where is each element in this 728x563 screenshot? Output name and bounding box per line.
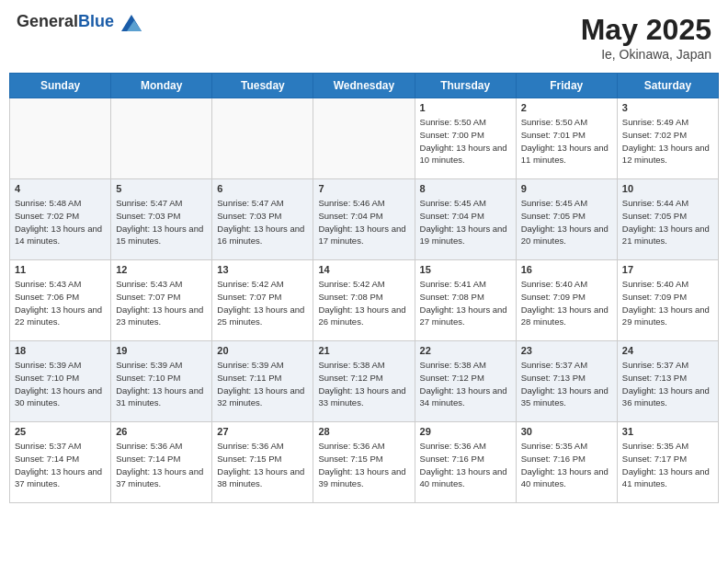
sunset-label: Sunset: 7:02 PM	[15, 211, 79, 221]
logo-general-text: GeneralBlue	[17, 13, 142, 31]
day-number: 2	[521, 102, 612, 113]
daylight-label: Daylight: 13 hours and 26 minutes.	[318, 304, 405, 327]
day-number: 14	[318, 264, 409, 275]
calendar-cell-day-31: 31 Sunrise: 5:35 AM Sunset: 7:17 PM Dayl…	[617, 422, 718, 503]
day-info: Sunrise: 5:39 AM Sunset: 7:10 PM Dayligh…	[15, 359, 106, 409]
calendar-cell-day-10: 10 Sunrise: 5:44 AM Sunset: 7:05 PM Dayl…	[617, 179, 718, 260]
calendar-week-row: 11 Sunrise: 5:43 AM Sunset: 7:06 PM Dayl…	[10, 260, 719, 341]
sunset-label: Sunset: 7:12 PM	[420, 373, 484, 383]
sunset-label: Sunset: 7:05 PM	[521, 211, 586, 221]
day-info: Sunrise: 5:39 AM Sunset: 7:11 PM Dayligh…	[217, 359, 308, 409]
daylight-label: Daylight: 13 hours and 16 minutes.	[217, 224, 304, 247]
day-number: 7	[318, 183, 409, 194]
daylight-label: Daylight: 13 hours and 22 minutes.	[15, 304, 102, 327]
sunrise-label: Sunrise: 5:39 AM	[217, 360, 283, 370]
month-year: May 2025	[581, 13, 711, 47]
day-number: 13	[217, 264, 308, 275]
logo-icon	[121, 15, 142, 31]
sunrise-label: Sunrise: 5:46 AM	[318, 198, 384, 208]
calendar-cell-day-2: 2 Sunrise: 5:50 AM Sunset: 7:01 PM Dayli…	[516, 98, 617, 179]
daylight-label: Daylight: 13 hours and 37 minutes.	[15, 466, 102, 489]
sunrise-label: Sunrise: 5:36 AM	[217, 441, 283, 451]
day-info: Sunrise: 5:42 AM Sunset: 7:07 PM Dayligh…	[217, 278, 308, 328]
day-info: Sunrise: 5:45 AM Sunset: 7:04 PM Dayligh…	[420, 197, 511, 247]
day-info: Sunrise: 5:37 AM Sunset: 7:14 PM Dayligh…	[15, 440, 106, 490]
day-info: Sunrise: 5:38 AM Sunset: 7:12 PM Dayligh…	[420, 359, 511, 409]
location: Ie, Okinawa, Japan	[581, 47, 711, 62]
day-number: 3	[622, 102, 713, 113]
calendar-week-row: 1 Sunrise: 5:50 AM Sunset: 7:00 PM Dayli…	[10, 98, 719, 179]
daylight-label: Daylight: 13 hours and 38 minutes.	[217, 466, 304, 489]
day-number: 17	[622, 264, 713, 275]
sunrise-label: Sunrise: 5:35 AM	[521, 441, 587, 451]
sunset-label: Sunset: 7:08 PM	[420, 292, 484, 302]
sunset-label: Sunset: 7:13 PM	[521, 373, 586, 383]
daylight-label: Daylight: 13 hours and 37 minutes.	[116, 466, 203, 489]
calendar-cell-day-empty	[10, 98, 111, 179]
sunset-label: Sunset: 7:15 PM	[217, 454, 281, 464]
daylight-label: Daylight: 13 hours and 27 minutes.	[420, 304, 507, 327]
day-info: Sunrise: 5:36 AM Sunset: 7:15 PM Dayligh…	[217, 440, 308, 490]
sunset-label: Sunset: 7:10 PM	[15, 373, 79, 383]
daylight-label: Daylight: 13 hours and 32 minutes.	[217, 385, 304, 408]
sunset-label: Sunset: 7:11 PM	[217, 373, 281, 383]
calendar-cell-day-empty	[111, 98, 212, 179]
calendar-cell-day-11: 11 Sunrise: 5:43 AM Sunset: 7:06 PM Dayl…	[10, 260, 111, 341]
weekday-header-thursday: Thursday	[415, 74, 516, 98]
daylight-label: Daylight: 13 hours and 29 minutes.	[622, 304, 710, 327]
calendar-cell-day-14: 14 Sunrise: 5:42 AM Sunset: 7:08 PM Dayl…	[313, 260, 415, 341]
calendar-cell-day-28: 28 Sunrise: 5:36 AM Sunset: 7:15 PM Dayl…	[313, 422, 415, 503]
page-header: GeneralBlue May 2025 Ie, Okinawa, Japan	[9, 9, 719, 65]
sunrise-label: Sunrise: 5:49 AM	[622, 117, 688, 127]
sunrise-label: Sunrise: 5:39 AM	[116, 360, 182, 370]
sunset-label: Sunset: 7:14 PM	[116, 454, 180, 464]
daylight-label: Daylight: 13 hours and 14 minutes.	[15, 224, 102, 247]
sunrise-label: Sunrise: 5:39 AM	[15, 360, 81, 370]
day-info: Sunrise: 5:50 AM Sunset: 7:00 PM Dayligh…	[420, 116, 511, 167]
day-number: 19	[116, 345, 207, 356]
title-block: May 2025 Ie, Okinawa, Japan	[581, 13, 711, 62]
calendar-cell-day-4: 4 Sunrise: 5:48 AM Sunset: 7:02 PM Dayli…	[10, 179, 111, 260]
weekday-header-tuesday: Tuesday	[212, 74, 313, 98]
daylight-label: Daylight: 13 hours and 23 minutes.	[116, 304, 203, 327]
daylight-label: Daylight: 13 hours and 40 minutes.	[521, 466, 609, 489]
sunrise-label: Sunrise: 5:35 AM	[622, 441, 688, 451]
day-info: Sunrise: 5:39 AM Sunset: 7:10 PM Dayligh…	[116, 359, 207, 409]
daylight-label: Daylight: 13 hours and 30 minutes.	[15, 385, 102, 408]
day-number: 26	[116, 426, 207, 437]
sunrise-label: Sunrise: 5:47 AM	[116, 198, 182, 208]
daylight-label: Daylight: 13 hours and 41 minutes.	[622, 466, 710, 489]
day-number: 4	[15, 183, 106, 194]
daylight-label: Daylight: 13 hours and 21 minutes.	[622, 224, 710, 247]
day-info: Sunrise: 5:50 AM Sunset: 7:01 PM Dayligh…	[521, 116, 612, 167]
sunrise-label: Sunrise: 5:37 AM	[15, 441, 81, 451]
calendar-cell-day-12: 12 Sunrise: 5:43 AM Sunset: 7:07 PM Dayl…	[111, 260, 212, 341]
day-info: Sunrise: 5:42 AM Sunset: 7:08 PM Dayligh…	[318, 278, 409, 328]
sunset-label: Sunset: 7:07 PM	[116, 292, 180, 302]
weekday-header-friday: Friday	[516, 74, 617, 98]
sunset-label: Sunset: 7:03 PM	[217, 211, 281, 221]
sunset-label: Sunset: 7:15 PM	[318, 454, 382, 464]
day-info: Sunrise: 5:43 AM Sunset: 7:06 PM Dayligh…	[15, 278, 106, 328]
sunset-label: Sunset: 7:08 PM	[318, 292, 382, 302]
day-number: 5	[116, 183, 207, 194]
sunrise-label: Sunrise: 5:44 AM	[622, 198, 688, 208]
calendar-cell-day-30: 30 Sunrise: 5:35 AM Sunset: 7:16 PM Dayl…	[516, 422, 617, 503]
sunrise-label: Sunrise: 5:40 AM	[622, 279, 688, 289]
sunrise-label: Sunrise: 5:37 AM	[622, 360, 688, 370]
calendar-week-row: 4 Sunrise: 5:48 AM Sunset: 7:02 PM Dayli…	[10, 179, 719, 260]
sunset-label: Sunset: 7:13 PM	[622, 373, 687, 383]
calendar-cell-day-17: 17 Sunrise: 5:40 AM Sunset: 7:09 PM Dayl…	[617, 260, 718, 341]
daylight-label: Daylight: 13 hours and 17 minutes.	[318, 224, 405, 247]
day-info: Sunrise: 5:40 AM Sunset: 7:09 PM Dayligh…	[622, 278, 713, 328]
day-number: 28	[318, 426, 409, 437]
weekday-header-sunday: Sunday	[10, 74, 111, 98]
day-info: Sunrise: 5:46 AM Sunset: 7:04 PM Dayligh…	[318, 197, 409, 247]
day-info: Sunrise: 5:40 AM Sunset: 7:09 PM Dayligh…	[521, 278, 612, 328]
day-info: Sunrise: 5:43 AM Sunset: 7:07 PM Dayligh…	[116, 278, 207, 328]
daylight-label: Daylight: 13 hours and 25 minutes.	[217, 304, 304, 327]
day-info: Sunrise: 5:47 AM Sunset: 7:03 PM Dayligh…	[217, 197, 308, 247]
sunrise-label: Sunrise: 5:40 AM	[521, 279, 587, 289]
sunset-label: Sunset: 7:04 PM	[318, 211, 382, 221]
calendar-cell-day-8: 8 Sunrise: 5:45 AM Sunset: 7:04 PM Dayli…	[415, 179, 516, 260]
